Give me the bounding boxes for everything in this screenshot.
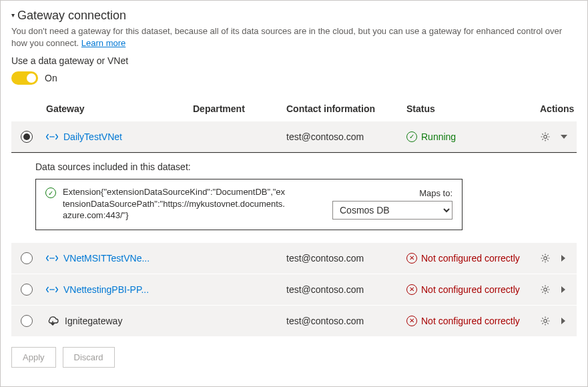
svg-point-0	[50, 136, 51, 137]
x-circle-icon: ✕	[406, 316, 417, 326]
gateway-name-cell: Ignitegateway	[46, 316, 193, 326]
gateway-name: Ignitegateway	[65, 316, 122, 326]
svg-point-2	[53, 136, 55, 137]
gateway-toggle-label: Use a data gateway or VNet	[11, 55, 577, 66]
status-text: Not configured correctly	[421, 253, 520, 264]
gateway-name-cell: VNetMSITTestVNe...	[46, 253, 193, 264]
gateway-radio[interactable]	[21, 284, 33, 296]
learn-more-link[interactable]: Learn more	[81, 38, 125, 48]
maps-to-group: Maps to: Cosmos DB	[332, 188, 453, 220]
gear-icon[interactable]	[540, 316, 551, 326]
svg-point-6	[51, 258, 53, 259]
details-title: Data sources included in this dataset:	[35, 161, 571, 172]
vnet-icon	[46, 132, 58, 141]
svg-marker-4	[561, 135, 567, 139]
chevron-right-icon[interactable]	[560, 317, 567, 325]
gateway-radio[interactable]	[21, 315, 33, 327]
gear-icon[interactable]	[540, 253, 551, 264]
gear-icon[interactable]	[540, 284, 551, 295]
row-actions	[540, 316, 573, 326]
vnet-icon	[46, 285, 58, 294]
datasource-box: ✓ Extension{"extensionDataSourceKind":"D…	[35, 179, 463, 230]
svg-point-15	[544, 319, 547, 322]
datasource-text: Extension{"extensionDataSourceKind":"Doc…	[63, 186, 286, 222]
svg-point-13	[544, 288, 547, 291]
section-title: Gateway connection	[17, 9, 126, 23]
col-gateway: Gateway	[46, 103, 193, 114]
table-row[interactable]: VNetMSITTestVNe... test@contoso.com ✕ No…	[11, 242, 577, 274]
chevron-right-icon[interactable]	[560, 254, 567, 262]
cloud-gateway-icon	[46, 316, 59, 326]
collapse-triangle-icon[interactable]: ▾	[11, 12, 15, 19]
x-circle-icon: ✕	[406, 284, 417, 295]
col-department: Department	[193, 103, 286, 114]
row-actions	[540, 253, 573, 264]
gear-icon[interactable]	[540, 131, 551, 142]
col-contact: Contact information	[286, 103, 406, 114]
maps-to-label: Maps to:	[419, 188, 453, 198]
col-actions: Actions	[540, 103, 582, 114]
svg-point-3	[544, 135, 547, 139]
vnet-icon	[46, 254, 58, 263]
chevron-down-icon[interactable]	[560, 133, 568, 141]
row-actions	[540, 131, 575, 142]
svg-point-8	[544, 256, 547, 260]
gateway-name-cell: VNettestingPBI-PP...	[46, 284, 193, 295]
apply-button[interactable]: Apply	[11, 347, 56, 368]
svg-point-7	[53, 258, 55, 259]
contact-cell: test@contoso.com	[286, 316, 406, 326]
status-text: Not configured correctly	[421, 316, 520, 326]
section-header: ▾ Gateway connection	[11, 9, 577, 23]
toggle-row: On	[11, 71, 577, 85]
col-status: Status	[406, 103, 540, 114]
gateway-toggle[interactable]	[11, 71, 38, 85]
footer-buttons: Apply Discard	[11, 347, 577, 368]
chevron-right-icon[interactable]	[560, 286, 567, 294]
row-actions	[540, 284, 573, 295]
x-circle-icon: ✕	[406, 253, 417, 264]
svg-marker-9	[561, 255, 565, 262]
status-cell: ✕ Not configured correctly	[406, 284, 540, 295]
status-cell: ✕ Not configured correctly	[406, 253, 540, 264]
table-row[interactable]: VNettestingPBI-PP... test@contoso.com ✕ …	[11, 274, 577, 305]
gateway-name: DailyTestVNet	[63, 131, 122, 142]
table-header: Gateway Department Contact information S…	[11, 97, 577, 121]
section-description: You don't need a gateway for this datase…	[11, 25, 577, 49]
contact-cell: test@contoso.com	[286, 284, 406, 295]
svg-point-10	[50, 289, 51, 290]
toggle-state-label: On	[45, 73, 57, 83]
svg-marker-14	[561, 286, 565, 293]
contact-cell: test@contoso.com	[286, 131, 406, 142]
gateway-name: VNettestingPBI-PP...	[63, 284, 149, 295]
svg-point-5	[50, 258, 51, 259]
datasource-details-panel: Data sources included in this dataset: ✓…	[11, 153, 577, 242]
check-circle-icon: ✓	[45, 187, 56, 198]
contact-cell: test@contoso.com	[286, 253, 406, 264]
discard-button[interactable]: Discard	[63, 347, 115, 368]
gateway-radio[interactable]	[21, 131, 33, 143]
status-cell: ✕ Not configured correctly	[406, 316, 540, 326]
svg-point-11	[51, 289, 53, 290]
svg-point-1	[51, 136, 53, 137]
gateway-table: Gateway Department Contact information S…	[11, 97, 577, 336]
gateway-name-cell: DailyTestVNet	[46, 131, 193, 142]
status-text: Running	[421, 131, 456, 142]
table-row[interactable]: Ignitegateway test@contoso.com ✕ Not con…	[11, 305, 577, 336]
gateway-name: VNetMSITTestVNe...	[63, 253, 150, 264]
status-cell: ✓ Running	[406, 131, 540, 142]
table-row[interactable]: DailyTestVNet test@contoso.com ✓ Running	[11, 121, 577, 153]
gateway-radio[interactable]	[21, 252, 33, 264]
check-circle-icon: ✓	[406, 131, 417, 142]
svg-point-12	[53, 289, 55, 290]
status-text: Not configured correctly	[421, 284, 520, 295]
svg-marker-16	[561, 318, 565, 324]
maps-to-select[interactable]: Cosmos DB	[332, 201, 453, 220]
